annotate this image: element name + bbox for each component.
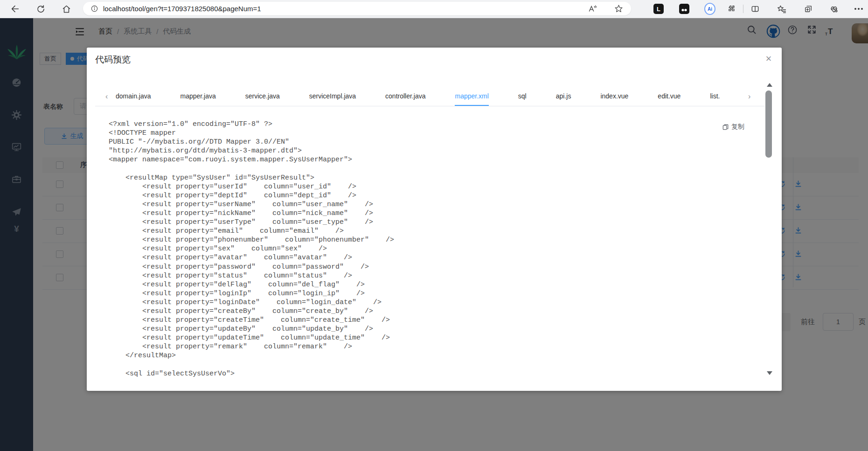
tab-service-java[interactable]: service.java <box>245 87 280 106</box>
tab-serviceImpl-java[interactable]: serviceImpl.java <box>309 87 356 106</box>
favorite-star-icon[interactable] <box>614 4 624 14</box>
url-text[interactable]: localhost/tool/gen?t=1709371825080&pageN… <box>103 5 261 13</box>
browser-home-icon[interactable] <box>60 3 72 15</box>
tab-mapper-java[interactable]: mapper.java <box>181 87 216 106</box>
tabs-prev-arrow-icon[interactable]: ‹ <box>105 87 108 106</box>
copy-button[interactable]: 复制 <box>722 123 744 131</box>
toolbar-divider <box>743 5 743 13</box>
tab-sql[interactable]: sql <box>518 87 527 106</box>
browser-toolbar: localhost/tool/gen?t=1709371825080&pageN… <box>0 0 868 18</box>
site-info-icon[interactable] <box>90 5 98 13</box>
tabs-next-arrow-icon[interactable]: › <box>748 87 750 106</box>
code-tabs-bar: ‹ domain.javamapper.javaservice.javaserv… <box>95 87 765 106</box>
dialog-close-icon[interactable]: × <box>762 52 775 65</box>
collections-icon[interactable] <box>802 3 814 15</box>
tab-edit-vue[interactable]: edit.vue <box>658 87 681 106</box>
browser-refresh-icon[interactable] <box>35 3 47 15</box>
browser-menu-dots-icon[interactable] <box>853 3 865 15</box>
dialog-title: 代码预览 <box>95 54 131 66</box>
tab-list-[interactable]: list. <box>710 87 720 106</box>
tab-domain-java[interactable]: domain.java <box>116 87 151 106</box>
code-preview-dialog: 代码预览 × ‹ domain.javamapper.javaservice.j… <box>87 48 782 391</box>
split-screen-icon[interactable] <box>749 3 761 15</box>
tab-index-vue[interactable]: index.vue <box>600 87 628 106</box>
scrollbar-down-arrow-icon[interactable] <box>767 371 772 375</box>
extensions-puzzle-icon[interactable] <box>726 3 737 14</box>
code-content[interactable]: <?xml version="1.0" encoding="UTF-8" ?> … <box>109 120 394 378</box>
tab-controller-java[interactable]: controller.java <box>385 87 425 106</box>
scrollbar-up-arrow-icon[interactable] <box>767 83 772 87</box>
tabs-strip: domain.javamapper.javaservice.javaservic… <box>116 87 746 106</box>
browser-back-icon[interactable] <box>9 3 21 15</box>
extension-l-icon[interactable]: L <box>653 3 664 14</box>
tab-mapper-xml[interactable]: mapper.xml <box>455 87 488 106</box>
copy-icon <box>722 124 729 131</box>
extension-circles-icon[interactable] <box>679 3 690 14</box>
extension-ai-icon[interactable]: Ai <box>704 3 715 14</box>
scrollbar-thumb[interactable] <box>765 90 772 158</box>
read-aloud-icon[interactable] <box>587 4 597 14</box>
favorites-list-icon[interactable] <box>776 3 788 15</box>
tab-api-js[interactable]: api.js <box>556 87 571 106</box>
browser-essentials-icon[interactable] <box>828 3 840 15</box>
address-bar[interactable]: localhost/tool/gen?t=1709371825080&pageN… <box>83 2 631 15</box>
